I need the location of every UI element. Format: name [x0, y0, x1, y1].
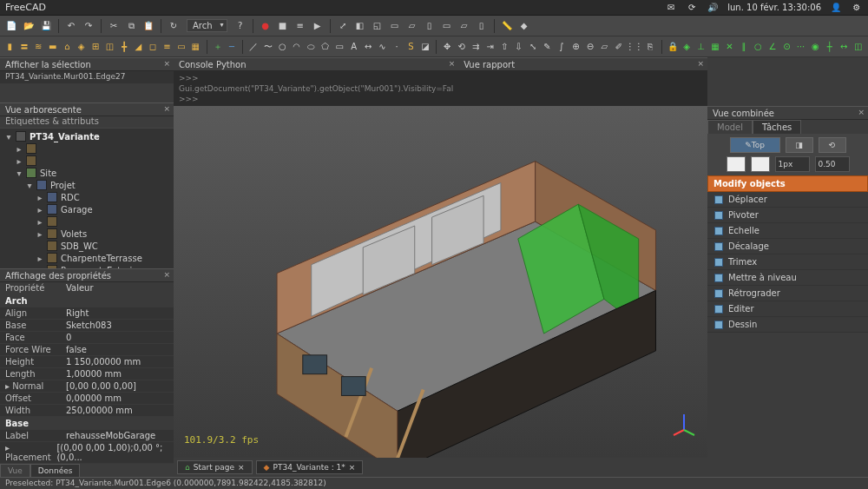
tree-item-projet[interactable]: ▾Projet — [0, 179, 174, 191]
draft-bspline-icon[interactable]: ∿ — [376, 39, 388, 55]
draft-rotate-icon[interactable]: ⟲ — [455, 39, 467, 55]
tab-model[interactable]: Model — [707, 120, 753, 134]
view-rear-icon[interactable]: ▭ — [439, 18, 455, 34]
arch-add-icon[interactable]: ＋ — [211, 39, 223, 55]
close-icon[interactable]: × — [163, 104, 170, 113]
python-console[interactable]: >>> Gui.getDocument("PT34_Variante").get… — [174, 71, 458, 106]
arch-space-icon[interactable]: ◻ — [147, 39, 159, 55]
close-icon[interactable]: × — [349, 463, 356, 472]
color-button[interactable]: ◨ — [786, 137, 813, 153]
volume-icon[interactable]: 🔊 — [707, 2, 719, 14]
arch-wall-icon[interactable]: ▮ — [3, 39, 16, 55]
workplane-top-button[interactable]: ✎ Top — [730, 137, 780, 153]
undo-icon[interactable]: ↶ — [63, 18, 79, 34]
task-pivoter[interactable]: Pivoter — [707, 208, 868, 223]
draft-array-icon[interactable]: ⋮⋮ — [627, 39, 642, 55]
updates-icon[interactable]: ⟳ — [686, 2, 698, 14]
whatsthis-icon[interactable]: ? — [233, 18, 248, 34]
tab-vue[interactable]: Vue — [0, 464, 30, 477]
arch-structure-icon[interactable]: 〓 — [17, 39, 30, 55]
arch-remove-icon[interactable]: − — [226, 39, 238, 55]
draft-text-icon[interactable]: A — [347, 39, 359, 55]
draft-offset-icon[interactable]: ⇉ — [470, 39, 482, 55]
tab-start-page[interactable]: ⌂Start page× — [177, 460, 253, 474]
arch-frame-icon[interactable]: ▦ — [189, 39, 201, 55]
arch-stairs-icon[interactable]: ≡ — [161, 39, 173, 55]
view-left-icon[interactable]: ▯ — [474, 18, 490, 34]
draft-snap-lock-icon[interactable]: 🔒 — [666, 39, 678, 55]
draft-point-icon[interactable]: · — [391, 39, 403, 55]
macro-edit-icon[interactable]: ≡ — [293, 18, 308, 34]
tree-item-site[interactable]: ▾Site — [0, 167, 174, 179]
redo-icon[interactable]: ↷ — [81, 18, 96, 34]
tree-item-sdb[interactable]: SDB_WC — [0, 240, 174, 252]
close-icon[interactable]: × — [238, 463, 245, 472]
close-icon[interactable]: × — [858, 108, 865, 116]
mail-icon[interactable]: ✉ — [665, 2, 677, 14]
draft-arc-icon[interactable]: ◠ — [291, 39, 303, 55]
refresh-icon[interactable]: ↻ — [166, 18, 181, 34]
report-view[interactable] — [458, 71, 707, 106]
view-front-icon[interactable]: ▭ — [387, 18, 403, 34]
face-color-swatch[interactable] — [727, 156, 746, 172]
draft-scale-icon[interactable]: ⤡ — [527, 39, 539, 55]
measure-icon[interactable]: 📏 — [499, 18, 515, 34]
arch-rebar-icon[interactable]: ≋ — [32, 39, 44, 55]
draft-rectangle-icon[interactable]: ▭ — [333, 39, 345, 55]
view-top-icon[interactable]: ▱ — [404, 18, 420, 34]
tree-root[interactable]: ▾PT34_Variante — [0, 130, 174, 142]
task-decalage[interactable]: Décalage — [707, 239, 868, 254]
fit-all-icon[interactable]: ⤢ — [335, 18, 351, 34]
tree-item[interactable]: ▸ — [0, 142, 174, 155]
tree-item-garage[interactable]: ▸Garage — [0, 203, 174, 215]
draft-facebinder-icon[interactable]: ◪ — [419, 39, 431, 55]
tab-document[interactable]: ◆PT34_Variante : 1*× — [256, 460, 364, 474]
arch-section-icon[interactable]: ◫ — [103, 39, 115, 55]
draft-shape2dview-icon[interactable]: ▱ — [598, 39, 610, 55]
draft-ellipse-icon[interactable]: ⬭ — [305, 39, 317, 55]
draft-clone-icon[interactable]: ⎘ — [644, 39, 656, 55]
tree-item-rdc[interactable]: ▸RDC — [0, 191, 174, 203]
task-dessin[interactable]: Dessin — [707, 317, 868, 333]
tree-item[interactable]: ▸ — [0, 155, 174, 167]
task-echelle[interactable]: Echelle — [707, 223, 868, 239]
task-trimex[interactable]: Trimex — [707, 254, 868, 270]
workbench-selector[interactable]: Arch — [187, 19, 227, 32]
draft-circle-icon[interactable]: ○ — [276, 39, 288, 55]
draft-snap-ext-icon[interactable]: ⋯ — [795, 39, 807, 55]
close-icon[interactable]: × — [449, 59, 456, 68]
cut-icon[interactable]: ✂ — [106, 18, 122, 34]
3d-viewport[interactable]: 101.9/3.2 fps — [174, 106, 707, 458]
task-editer[interactable]: Editer — [707, 301, 868, 317]
macro-play-icon[interactable]: ▶ — [310, 18, 326, 34]
new-file-icon[interactable]: 📄 — [3, 18, 19, 34]
arch-floor-icon[interactable]: ▬ — [46, 39, 58, 55]
tree-item[interactable]: ▸ — [0, 215, 174, 228]
tree-view[interactable]: ▾PT34_Variante ▸ ▸ ▾Site ▾Projet ▸RDC ▸G… — [0, 129, 174, 268]
draft-edit-icon[interactable]: ✎ — [541, 39, 553, 55]
close-icon[interactable]: × — [697, 59, 704, 68]
task-section-header[interactable]: Modify objects — [707, 175, 868, 192]
draft-snap-center-icon[interactable]: ⊙ — [780, 39, 792, 55]
draft-polygon-icon[interactable]: ⬠ — [319, 39, 331, 55]
draft-wiretobspline-icon[interactable]: ∫ — [556, 39, 568, 55]
close-icon[interactable]: × — [163, 270, 170, 279]
part-tool-icon[interactable]: ◆ — [516, 18, 532, 34]
arch-axis-icon[interactable]: ╋ — [118, 39, 130, 55]
scale-field[interactable] — [815, 156, 850, 172]
close-icon[interactable]: × — [163, 59, 170, 68]
draft-snap-perp-icon[interactable]: ⊥ — [694, 39, 707, 55]
task-retrograder[interactable]: Rétrograder — [707, 286, 868, 301]
settings-icon[interactable]: ⚙ — [851, 2, 863, 14]
user-icon[interactable]: 👤 — [830, 2, 842, 14]
draft-wire-icon[interactable]: 〜 — [262, 39, 274, 55]
arch-panel-icon[interactable]: ▭ — [175, 39, 187, 55]
draft-move-icon[interactable]: ✥ — [441, 39, 453, 55]
draft-snap-grid-icon[interactable]: ▦ — [709, 39, 721, 55]
tab-donnees[interactable]: Données — [30, 464, 81, 477]
copy-icon[interactable]: ⧉ — [123, 18, 139, 34]
linewidth-field[interactable] — [775, 156, 810, 172]
view-right-icon[interactable]: ▯ — [422, 18, 437, 34]
macro-stop-icon[interactable]: ■ — [275, 18, 291, 34]
draft-snap-intersect-icon[interactable]: ✕ — [723, 39, 735, 55]
